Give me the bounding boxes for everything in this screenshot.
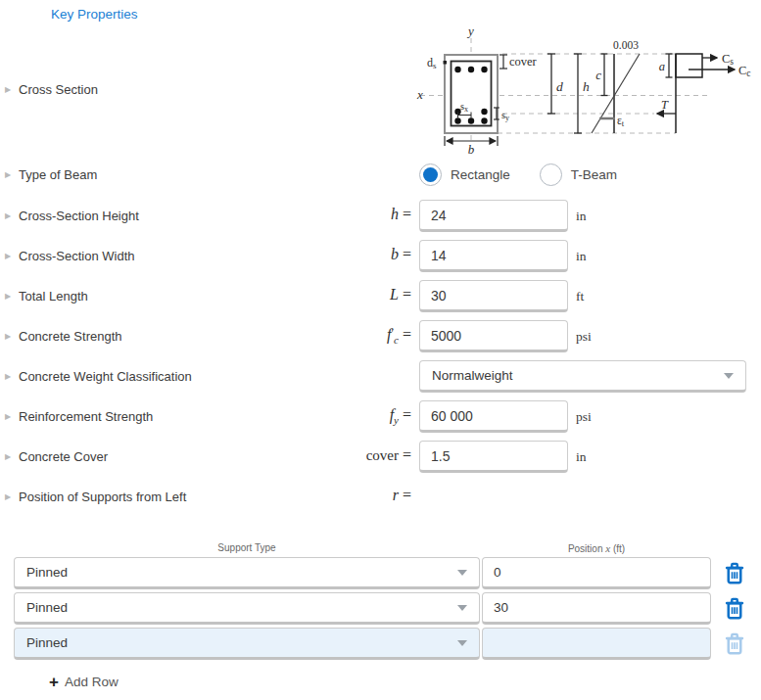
concrete-strength-input[interactable] [419, 320, 568, 352]
width-input[interactable] [419, 240, 568, 272]
diagram-label-b: b [468, 142, 475, 155]
chevron-down-icon [724, 373, 734, 379]
unit-label: in [576, 209, 587, 224]
field-row-support-positions: ▶Position of Supports from Left r= [0, 477, 761, 517]
chevron-right-icon[interactable]: ▶ [5, 372, 19, 381]
trash-icon [724, 597, 745, 621]
chevron-right-icon[interactable]: ▶ [5, 292, 19, 301]
support-position-input[interactable] [482, 628, 711, 660]
diagram-label-d: d [556, 79, 563, 94]
math-label: h= [333, 206, 419, 225]
field-row-concrete-strength: ▶Concrete Strength f′c= psi [0, 316, 761, 356]
radio-option-t-beam[interactable]: T-Beam [540, 163, 617, 186]
chevron-down-icon [457, 605, 467, 611]
field-row-reinforcement-strength: ▶Reinforcement Strength fy= psi [0, 397, 761, 437]
support-type-select[interactable]: Pinned [14, 628, 480, 660]
delete-row-button[interactable] [722, 594, 747, 624]
header-support-type: Support Type [14, 542, 480, 554]
field-label: Position of Supports from Left [19, 490, 186, 504]
math-label: L= [333, 286, 419, 305]
field-label: Reinforcement Strength [19, 409, 153, 424]
chevron-right-icon[interactable]: ▶ [5, 211, 19, 220]
field-row-height: ▶Cross-Section Height h= in [0, 196, 761, 236]
delete-row-button-disabled [722, 630, 747, 659]
diagram-label-t: T [661, 98, 669, 112]
select-value: Pinned [26, 635, 68, 650]
trash-icon [724, 632, 745, 656]
support-row-1: Pinned [14, 557, 758, 589]
field-row-concrete-cover: ▶Concrete Cover cover= in [0, 437, 761, 477]
chevron-down-icon [457, 570, 467, 576]
trash-icon [724, 562, 745, 585]
math-label: fy= [333, 406, 419, 426]
field-label: Concrete Strength [19, 329, 122, 344]
height-input[interactable] [419, 200, 568, 232]
diagram-label-y-axis: y [466, 25, 474, 38]
weight-classification-select[interactable]: Normalweight [419, 360, 746, 393]
diagram-label-cs: Cs [722, 52, 734, 67]
support-type-select[interactable]: Pinned [14, 592, 480, 625]
math-label: cover= [333, 446, 419, 466]
radio-selected-icon[interactable] [419, 163, 442, 186]
radio-option-rectangle[interactable]: Rectangle [419, 163, 510, 186]
field-label: Cross-Section Height [19, 209, 139, 223]
unit-label: psi [576, 409, 592, 425]
diagram-label-epsilon-t: εt [617, 115, 625, 128]
chevron-right-icon[interactable]: ▶ [5, 169, 19, 178]
chevron-right-icon[interactable]: ▶ [5, 412, 19, 421]
field-label: Type of Beam [19, 167, 97, 182]
field-row-total-length: ▶Total Length L= ft [0, 276, 761, 316]
chevron-right-icon[interactable]: ▶ [5, 332, 19, 341]
support-position-input[interactable] [482, 557, 711, 589]
header-position: Position x (ft) [482, 542, 711, 554]
chevron-right-icon[interactable]: ▶ [5, 84, 19, 93]
key-properties-page: Key Properties ▶ Cross Section [0, 0, 761, 700]
support-type-select[interactable]: Pinned [14, 557, 480, 589]
support-row-2: Pinned [14, 592, 758, 625]
supports-table-header: Support Type Position x (ft) [14, 542, 758, 554]
plus-icon: + [49, 674, 59, 690]
radio-unselected-icon[interactable] [540, 163, 562, 186]
unit-label: in [576, 449, 587, 465]
concrete-cover-input[interactable] [419, 441, 568, 473]
support-position-input[interactable] [482, 592, 711, 625]
select-value: Pinned [26, 600, 68, 615]
field-label: Cross Section [19, 82, 98, 97]
math-label: b= [333, 246, 419, 265]
field-row-type-of-beam: ▶ Type of Beam Rectangle T-Beam [0, 153, 761, 196]
add-row-button[interactable]: + Add Row [49, 674, 119, 690]
key-properties-link[interactable]: Key Properties [51, 7, 138, 22]
chevron-right-icon[interactable]: ▶ [5, 452, 19, 461]
unit-label: ft [576, 289, 584, 304]
diagram-label-sy: sy [501, 110, 509, 122]
diagram-label-ds: ds [427, 56, 437, 70]
unit-label: psi [576, 329, 592, 345]
diagram-label-x-axis: x [416, 87, 423, 102]
cross-section-diagram: y x ds cover sx sy [411, 25, 761, 155]
reinforcement-strength-input[interactable] [419, 400, 568, 433]
diagram-label-strain: 0.003 [613, 39, 639, 51]
support-row-3-ghost: Pinned [14, 628, 758, 660]
field-label: Cross-Section Width [19, 249, 134, 263]
diagram-label-c: c [595, 68, 601, 82]
field-label: Concrete Weight Classification [19, 369, 192, 384]
field-row-weight-classification: ▶Concrete Weight Classification Normalwe… [0, 356, 761, 397]
delete-row-button[interactable] [722, 559, 747, 588]
chevron-down-icon [457, 640, 467, 646]
diagram-label-cover: cover [509, 55, 538, 69]
unit-label: in [576, 249, 587, 264]
diagram-label-a: a [659, 60, 665, 73]
diagram-label-cc: Cc [738, 64, 751, 78]
chevron-right-icon[interactable]: ▶ [5, 492, 19, 501]
diagram-label-h: h [583, 79, 590, 94]
field-label: Total Length [19, 289, 88, 303]
select-value: Normalweight [432, 368, 513, 383]
field-row-cross-section: ▶ Cross Section [0, 25, 761, 153]
supports-table: Support Type Position x (ft) Pinned Pinn… [14, 542, 758, 663]
chevron-right-icon[interactable]: ▶ [5, 252, 19, 260]
length-input[interactable] [419, 280, 568, 312]
field-label: Concrete Cover [19, 449, 108, 464]
field-row-width: ▶Cross-Section Width b= in [0, 236, 761, 276]
math-label: f′c= [333, 326, 419, 346]
math-label: r= [333, 487, 419, 506]
